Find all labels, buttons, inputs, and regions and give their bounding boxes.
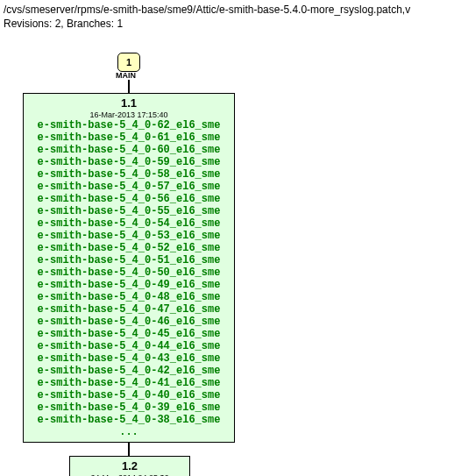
connector-line <box>128 443 130 456</box>
tag-item: e-smith-base-5_4_0-40_el6_sme <box>24 389 234 401</box>
revision-stats: Revisions: 2, Branches: 1 <box>4 18 450 30</box>
revision-box-1-1: 1.1 16-Mar-2013 17:15:40 e-smith-base-5_… <box>23 93 235 443</box>
revision-version: 1.2 <box>70 459 189 472</box>
tag-item: e-smith-base-5_4_0-43_el6_sme <box>24 352 234 365</box>
tag-item: e-smith-base-5_4_0-61_el6_sme <box>24 131 234 144</box>
repo-path: /cvs/smeserver/rpms/e-smith-base/sme9/At… <box>4 4 450 16</box>
tag-item: e-smith-base-5_4_0-58_el6_sme <box>24 168 234 181</box>
tag-item: e-smith-base-5_4_0-38_el6_sme <box>24 414 234 426</box>
tag-item: e-smith-base-5_4_0-50_el6_sme <box>24 266 234 279</box>
tag-item: e-smith-base-5_4_0-45_el6_sme <box>24 328 234 340</box>
tag-item: e-smith-base-5_4_0-47_el6_sme <box>24 303 234 316</box>
revision-graph: 1 MAIN 1.1 16-Mar-2013 17:15:40 e-smith-… <box>4 32 450 476</box>
tag-item: e-smith-base-5_4_0-56_el6_sme <box>24 193 234 205</box>
revision-version: 1.1 <box>24 96 234 110</box>
branch-caption-main: MAIN <box>116 71 136 80</box>
tag-item: e-smith-base-5_4_0-48_el6_sme <box>24 291 234 303</box>
tag-item: e-smith-base-5_4_0-55_el6_sme <box>24 205 234 217</box>
connector-line <box>128 80 130 93</box>
tag-item: e-smith-base-5_4_0-39_el6_sme <box>24 401 234 414</box>
tag-item: e-smith-base-5_4_0-52_el6_sme <box>24 242 234 254</box>
tag-item: e-smith-base-5_4_0-54_el6_sme <box>24 217 234 230</box>
revision-date: 16-Mar-2013 17:15:40 <box>24 110 234 119</box>
tag-item: e-smith-base-5_4_0-51_el6_sme <box>24 254 234 266</box>
tag-item: e-smith-base-5_4_0-57_el6_sme <box>24 181 234 193</box>
tag-item: e-smith-base-5_4_0-42_el6_sme <box>24 365 234 377</box>
tag-item: e-smith-base-5_4_0-60_el6_sme <box>24 144 234 156</box>
tag-item: e-smith-base-5_4_0-44_el6_sme <box>24 340 234 352</box>
tag-item: e-smith-base-5_4_0-62_el6_sme <box>24 119 234 131</box>
tag-item: e-smith-base-5_4_0-53_el6_sme <box>24 230 234 242</box>
more-indicator: ... <box>24 426 234 438</box>
tag-item: e-smith-base-5_4_0-46_el6_sme <box>24 316 234 328</box>
tag-item: e-smith-base-5_4_0-59_el6_sme <box>24 156 234 168</box>
branch-node-label: 1 <box>126 57 131 67</box>
branch-node-main: 1 <box>117 53 140 72</box>
tag-item: e-smith-base-5_4_0-49_el6_sme <box>24 279 234 291</box>
tag-item: e-smith-base-5_4_0-41_el6_sme <box>24 377 234 389</box>
revision-box-1-2: 1.2 24-Mar-2014 04:05:36 HEAD <box>69 456 190 476</box>
